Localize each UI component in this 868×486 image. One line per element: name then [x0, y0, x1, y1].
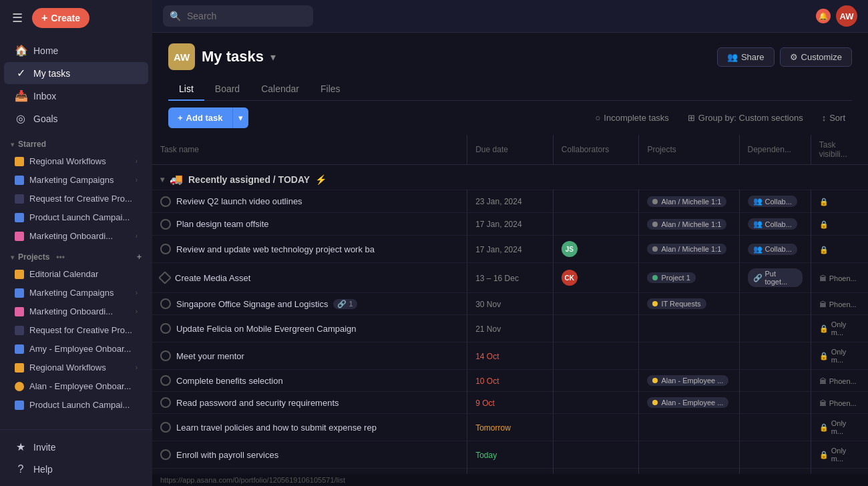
add-project-icon[interactable]: + [137, 252, 142, 262]
project-badge[interactable]: Project 1 [647, 272, 695, 283]
page-header: AW My tasks ▾ 👥 Share ⚙ Customize List B… [152, 33, 868, 101]
starred-section-header[interactable]: ▾ Starred [0, 133, 152, 152]
project-badge[interactable]: Alan - Employee ... [647, 397, 728, 408]
sidebar-item-help[interactable]: ? Help [4, 459, 148, 480]
table-row[interactable]: Meet your mentor 14 Oct 🔒 Only m... [152, 342, 868, 370]
starred-item-regional-workflows[interactable]: Regional Workflows › [4, 152, 148, 170]
projects-section-header[interactable]: ▾ Projects ••• + [0, 246, 152, 264]
vis-cell: 🏛 Phoen... [811, 370, 868, 392]
hamburger-button[interactable]: ☰ [9, 8, 25, 28]
project-item-amy-onboard[interactable]: Amy - Employee Onboar... [4, 340, 148, 358]
project-name: Project 1 [661, 274, 690, 282]
tabs: List Board Calendar Files [168, 78, 852, 101]
project-item-marketing-onboarding[interactable]: Marketing Onboardi... › [4, 302, 148, 320]
task-check[interactable] [160, 196, 171, 207]
customize-button[interactable]: ⚙ Customize [780, 47, 852, 67]
table-row[interactable]: Plan design team offsite 17 Jan, 2024 Al… [152, 213, 868, 236]
project-badge[interactable]: Alan / Michelle 1:1 [647, 196, 726, 207]
table-row[interactable]: Explore additional benefits and perks 13… [152, 469, 868, 475]
sidebar-item-my-tasks[interactable]: ✓ My tasks [4, 62, 148, 84]
tab-list[interactable]: List [168, 78, 204, 101]
folder-icon [15, 401, 24, 410]
project-badge[interactable]: Alan - Employee ... [647, 375, 728, 386]
task-check[interactable] [160, 422, 171, 433]
project-menu-icon[interactable]: ••• [56, 252, 65, 262]
due-date: 21 Nov [475, 324, 501, 334]
project-badge[interactable]: IT Requests [647, 298, 706, 309]
due-date-cell: 30 Nov [467, 293, 554, 315]
sort-button[interactable]: ↕ Sort [815, 109, 852, 127]
task-check[interactable] [160, 323, 171, 334]
tab-files[interactable]: Files [310, 78, 351, 101]
tab-board[interactable]: Board [204, 78, 250, 101]
task-check[interactable] [158, 271, 172, 284]
task-check[interactable] [160, 350, 171, 361]
project-item-product-launch[interactable]: Product Launch Campai... [4, 396, 148, 414]
collaborators-cell [553, 293, 639, 315]
task-name-cell: Update Felicia on Mobile Evergreen Campa… [152, 315, 467, 342]
project-item-alan-onboard[interactable]: Alan - Employee Onboar... [4, 377, 148, 395]
table-row[interactable]: Create Media Asset 13 – 16 Dec CK Projec… [152, 263, 868, 293]
col-visibility[interactable]: Task visibili... [811, 135, 868, 165]
add-task-dropdown-button[interactable]: ▾ [232, 107, 248, 128]
create-button[interactable]: Create [32, 8, 89, 28]
col-due-date[interactable]: Due date [467, 135, 554, 165]
table-row[interactable]: Read password and security requirements … [152, 392, 868, 414]
project-cell: IT Requests [639, 293, 739, 315]
add-task-group: + Add task ▾ [168, 107, 248, 128]
sidebar-item-home[interactable]: 🏠 Home [4, 39, 148, 61]
section-collapse-button[interactable]: ▾ [160, 175, 164, 184]
project-badge[interactable]: Alan / Michelle 1:1 [647, 219, 726, 230]
starred-item-request-creative[interactable]: Request for Creative Pro... [4, 190, 148, 208]
col-task-name[interactable]: Task name [152, 135, 467, 165]
col-collaborators[interactable]: Collaborators [553, 135, 639, 165]
starred-item-marketing-onboarding[interactable]: Marketing Onboardi... › [4, 227, 148, 245]
starred-item-product-launch[interactable]: Product Launch Campai... [4, 208, 148, 226]
incomplete-tasks-button[interactable]: ○ Incomplete tasks [588, 109, 675, 127]
task-check[interactable] [160, 397, 171, 408]
project-item-editorial[interactable]: Editorial Calendar [4, 265, 148, 283]
project-badge[interactable]: Alan / Michelle 1:1 [647, 244, 726, 254]
table-row[interactable]: Complete benefits selection 10 Oct Alan … [152, 370, 868, 392]
share-button[interactable]: 👥 Share [717, 47, 775, 67]
sidebar-item-goals[interactable]: ◎ Goals [4, 107, 148, 130]
group-by-button[interactable]: ⊞ Group by: Custom sections [681, 109, 810, 127]
project-item-regional-workflows[interactable]: Regional Workflows › [4, 358, 148, 377]
notification-badge[interactable]: 🔔 [816, 9, 831, 23]
task-check[interactable] [160, 449, 171, 460]
tab-calendar[interactable]: Calendar [250, 78, 310, 101]
due-date: 17 Jan, 2024 [475, 245, 521, 254]
task-check[interactable] [160, 375, 171, 386]
sidebar-item-invite[interactable]: ★ Invite [4, 436, 148, 458]
section-collapse-icon: ▾ [11, 141, 14, 148]
project-item-request-creative[interactable]: Request for Creative Pro... [4, 321, 148, 339]
folder-icon [15, 382, 24, 391]
search-input[interactable] [163, 5, 313, 27]
table-row[interactable]: Review and update web technology project… [152, 236, 868, 263]
table-row[interactable]: Review Q2 launch video outlines 23 Jan, … [152, 190, 868, 213]
col-dependencies[interactable]: Dependen... [739, 135, 811, 165]
due-date-cell: 13 – 16 Dec [467, 263, 554, 293]
dep-cell [739, 342, 811, 370]
col-projects[interactable]: Projects [639, 135, 739, 165]
project-item-marketing-campaigns[interactable]: Marketing Campaigns › [4, 284, 148, 302]
title-dropdown-icon[interactable]: ▾ [270, 51, 276, 63]
collaborator-avatar: CK [562, 270, 578, 286]
project-cell: Alan / Michelle 1:1 [639, 190, 739, 213]
table-row[interactable]: Learn travel policies and how to submit … [152, 414, 868, 441]
user-avatar[interactable]: AW [836, 5, 857, 27]
table-row[interactable]: Update Felicia on Mobile Evergreen Campa… [152, 315, 868, 342]
table-row[interactable]: Enroll with payroll services Today 🔒 Onl… [152, 441, 868, 469]
vis-cell: 🏛 Phoen... [811, 392, 868, 414]
starred-item-label: Marketing Campaigns [29, 175, 114, 185]
task-check[interactable] [160, 219, 171, 230]
task-name: Read password and security requirements [176, 398, 339, 408]
sidebar-item-inbox[interactable]: 📥 Inbox [4, 85, 148, 107]
add-task-button[interactable]: + Add task [168, 107, 232, 128]
lock-icon: 🔒 [819, 246, 829, 254]
starred-item-marketing-campaigns[interactable]: Marketing Campaigns › [4, 171, 148, 189]
table-row[interactable]: Singapore Office Signage and Logistics 🔗… [152, 293, 868, 315]
due-date: Today [475, 451, 497, 460]
task-check[interactable] [160, 298, 171, 309]
task-check[interactable] [160, 244, 171, 254]
